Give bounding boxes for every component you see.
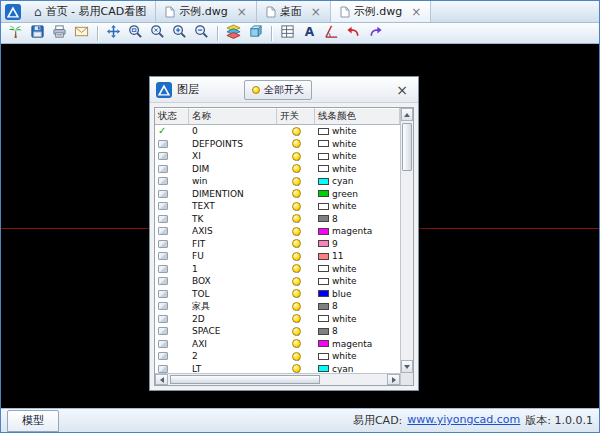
layer-visibility-bulb-icon[interactable] [292,314,301,323]
app-logo-icon[interactable] [1,1,25,22]
layer-color-swatch[interactable] [318,365,329,372]
layer-color-swatch[interactable] [318,353,329,360]
tab-close-icon[interactable]: × [411,6,421,18]
layer-color-swatch[interactable] [318,265,329,272]
layer-color-swatch[interactable] [318,228,329,235]
layer-color-swatch[interactable] [318,340,329,347]
horizontal-scroll-track[interactable] [168,374,387,385]
table-row[interactable]: AXImagenta [155,338,400,351]
layers-button[interactable] [224,24,243,43]
zoom-in-button[interactable] [170,24,189,43]
layer-visibility-bulb-icon[interactable] [292,152,301,161]
table-row[interactable]: DEFPOINTSwhite [155,138,400,151]
layer-visibility-bulb-icon[interactable] [292,327,301,336]
tab-close-icon[interactable]: × [311,6,321,18]
layer-visibility-bulb-icon[interactable] [292,202,301,211]
layer-visibility-bulb-icon[interactable] [292,252,301,261]
layer-visibility-bulb-icon[interactable] [292,177,301,186]
layer-visibility-bulb-icon[interactable] [292,164,301,173]
tab-close-icon[interactable]: × [237,6,247,18]
layer-manager-button[interactable] [278,24,297,43]
toggle-all-button[interactable]: 全部开关 [244,80,312,100]
save-button[interactable] [28,24,47,43]
mail-button[interactable] [72,24,91,43]
tab-2[interactable]: 桌面× [257,1,331,22]
table-row[interactable]: TOLblue [155,288,400,301]
measure-angle-button[interactable] [322,24,341,43]
zoom-out-button[interactable] [192,24,211,43]
table-row[interactable]: DIMENTIONgreen [155,188,400,201]
layer-visibility-bulb-icon[interactable] [292,352,301,361]
tab-3[interactable]: 示例.dwg× [331,1,432,22]
model-tab[interactable]: 模型 [7,410,59,432]
layer-color-swatch[interactable] [318,190,329,197]
layer-color-swatch[interactable] [318,140,329,147]
layer-visibility-bulb-icon[interactable] [292,139,301,148]
table-row[interactable]: LTcyan [155,363,400,374]
dialog-titlebar[interactable]: 图层 全部开关 × [150,77,418,103]
layer-visibility-bulb-icon[interactable] [292,364,301,373]
layer-color-swatch[interactable] [318,278,329,285]
layer-color-swatch[interactable] [318,203,329,210]
column-header-status[interactable]: 状态 [155,108,189,125]
layer-visibility-bulb-icon[interactable] [292,127,301,136]
redo-button[interactable] [366,24,385,43]
table-row[interactable]: ✓0white [155,125,400,138]
table-row[interactable]: wincyan [155,175,400,188]
layer-color-swatch[interactable] [318,178,329,185]
dialog-close-button[interactable]: × [392,83,412,97]
layer-color-swatch[interactable] [318,215,329,222]
scroll-left-button[interactable] [155,374,168,385]
table-row[interactable]: AXISmagenta [155,225,400,238]
print-button[interactable] [50,24,69,43]
layer-visibility-bulb-icon[interactable] [292,264,301,273]
vertical-scrollbar[interactable] [400,108,413,385]
zoom-window-button[interactable] [126,24,145,43]
table-row[interactable]: XIwhite [155,150,400,163]
table-row[interactable]: 2Dwhite [155,313,400,326]
tab-1[interactable]: 示例.dwg× [156,1,257,22]
layer-color-swatch[interactable] [318,165,329,172]
layer-color-swatch[interactable] [318,128,329,135]
layer-color-swatch[interactable] [318,290,329,297]
layer-visibility-bulb-icon[interactable] [292,227,301,236]
layer-color-swatch[interactable] [318,303,329,310]
drawing-canvas[interactable]: 图层 全部开关 × 状态 名称 开关 线条颜色 ✓0whiteDEFPOINTS… [1,44,599,408]
layer-color-swatch[interactable] [318,153,329,160]
layer-color-swatch[interactable] [318,240,329,247]
table-row[interactable]: 家具8 [155,300,400,313]
table-row[interactable]: 2white [155,350,400,363]
layer-visibility-bulb-icon[interactable] [292,214,301,223]
table-row[interactable]: FU11 [155,250,400,263]
scroll-down-button[interactable] [401,360,413,373]
layer-visibility-bulb-icon[interactable] [292,302,301,311]
website-link[interactable]: www.yiyongcad.com [407,413,520,428]
zoom-extents-button[interactable] [148,24,167,43]
text-tool-button[interactable]: A [300,24,319,43]
undo-button[interactable] [344,24,363,43]
column-header-name[interactable]: 名称 [189,108,277,125]
vertical-scroll-thumb[interactable] [402,123,412,171]
table-row[interactable]: SPACE8 [155,325,400,338]
vertical-scroll-track[interactable] [401,121,413,360]
table-row[interactable]: BOXwhite [155,275,400,288]
table-row[interactable]: TEXTwhite [155,200,400,213]
column-header-switch[interactable]: 开关 [277,108,315,125]
layer-color-swatch[interactable] [318,315,329,322]
layer-visibility-bulb-icon[interactable] [292,239,301,248]
layer-visibility-bulb-icon[interactable] [292,189,301,198]
scroll-right-button[interactable] [387,374,400,385]
pan-move-button[interactable] [104,24,123,43]
palm-tree-button[interactable] [6,24,25,43]
tab-0[interactable]: ⌂首页 - 易用CAD看图 [25,1,156,22]
layer-visibility-bulb-icon[interactable] [292,339,301,348]
layer-visibility-bulb-icon[interactable] [292,289,301,298]
table-row[interactable]: 1white [155,263,400,276]
view-3d-button[interactable] [246,24,265,43]
horizontal-scrollbar[interactable] [155,373,400,385]
scroll-up-button[interactable] [401,108,413,121]
table-row[interactable]: FIT9 [155,238,400,251]
horizontal-scroll-thumb[interactable] [170,375,320,384]
layer-visibility-bulb-icon[interactable] [292,277,301,286]
table-row[interactable]: TK8 [155,213,400,226]
